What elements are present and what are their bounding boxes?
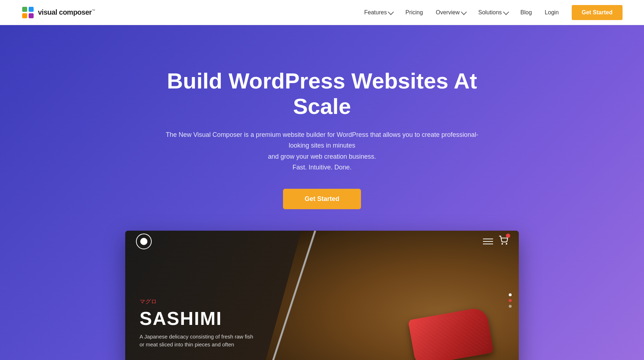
preview-text-area: マグロ SASHIMI A Japanese delicacy consisti…	[140, 298, 254, 349]
svg-rect-1	[29, 7, 34, 12]
nav-get-started-button[interactable]: Get Started	[572, 5, 623, 20]
hamburger-line-3	[483, 244, 493, 244]
japanese-text: マグロ	[140, 298, 254, 306]
preview-logo-inner-circle	[140, 238, 147, 245]
sashimi-description: A Japanese delicacy consisting of fresh …	[140, 333, 254, 349]
nav-solutions[interactable]: Solutions	[478, 9, 508, 16]
hamburger-line-1	[483, 239, 493, 239]
slider-dot-1[interactable]	[509, 293, 512, 296]
nav-features[interactable]: Features	[364, 9, 392, 16]
nav-login[interactable]: Login	[545, 9, 559, 16]
logo-text: visual composer™	[38, 8, 95, 16]
hero-get-started-button[interactable]: Get Started	[283, 189, 361, 209]
preview-navbar	[125, 231, 519, 252]
slider-dots	[509, 293, 512, 308]
hero-title: Build WordPress Websites At Scale	[161, 68, 483, 119]
cart-badge	[506, 234, 510, 238]
hero-subtitle: The New Visual Composer is a premium web…	[161, 129, 483, 173]
hero-section: Build WordPress Websites At Scale The Ne…	[0, 25, 644, 360]
nav-pricing[interactable]: Pricing	[405, 9, 423, 16]
header: visual composer™ Features Pricing Overvi…	[0, 0, 644, 25]
preview-nav-right	[483, 236, 508, 247]
solutions-chevron-icon	[503, 9, 509, 15]
main-nav: Features Pricing Overview Solutions Blog…	[364, 5, 623, 20]
hamburger-icon	[483, 239, 493, 244]
svg-rect-2	[22, 13, 27, 18]
hero-content: Build WordPress Websites At Scale The Ne…	[161, 68, 483, 209]
preview-logo-icon	[136, 234, 152, 249]
svg-rect-0	[22, 7, 27, 12]
logo-icon	[21, 6, 34, 19]
slider-dot-3[interactable]	[509, 305, 512, 308]
sashimi-title: SASHIMI	[140, 308, 254, 329]
hamburger-line-2	[483, 241, 493, 242]
svg-point-5	[506, 244, 507, 244]
logo[interactable]: visual composer™	[21, 6, 95, 19]
nav-blog[interactable]: Blog	[521, 9, 532, 16]
overview-chevron-icon	[461, 9, 467, 15]
slider-dot-2[interactable]	[509, 299, 512, 302]
nav-overview[interactable]: Overview	[436, 9, 465, 16]
cart-icon	[499, 236, 508, 247]
svg-rect-3	[29, 13, 34, 18]
features-chevron-icon	[388, 9, 394, 15]
svg-point-4	[502, 244, 503, 244]
hero-preview: マグロ SASHIMI A Japanese delicacy consisti…	[125, 231, 519, 360]
